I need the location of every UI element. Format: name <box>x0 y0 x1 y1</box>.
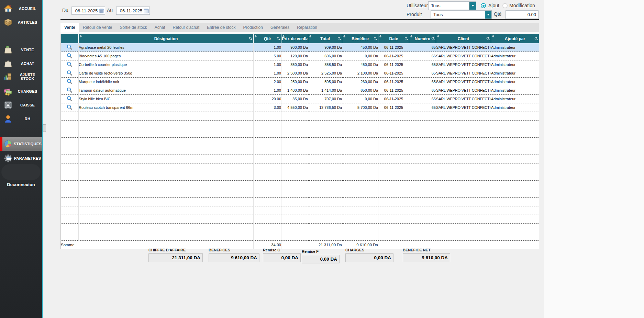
empty-cell <box>436 189 491 198</box>
tab-entree-de-stock[interactable]: Entree de stock <box>203 23 239 32</box>
sidebar-item-caisse[interactable]: CAISSE <box>0 99 42 112</box>
column-search-icon[interactable] <box>404 37 408 42</box>
calendar-icon[interactable] <box>144 8 149 13</box>
column-header-total[interactable]: Total <box>308 34 342 43</box>
empty-cell <box>409 206 436 215</box>
row-magnifier-icon[interactable] <box>67 55 73 59</box>
row-magnifier-icon[interactable] <box>67 47 73 51</box>
row-magnifier-icon[interactable] <box>67 72 73 77</box>
sort-carets-icon <box>437 35 439 37</box>
column-header-client[interactable]: Client <box>436 34 491 43</box>
sidebar-collapse-handle[interactable] <box>43 124 46 132</box>
table-row[interactable]: Stylo bille bleu BIC20.0035,00 Da707,00 … <box>61 95 539 103</box>
sidebar-item-accueil[interactable]: ACCUEIL <box>0 2 42 15</box>
empty-row <box>61 206 539 215</box>
table-row[interactable]: Corbeille à courrier plastique1.00850,00… <box>61 60 539 69</box>
ajout-radio[interactable] <box>481 3 486 8</box>
table-row[interactable]: Tampon dateur automatique1.001 400,00 Da… <box>61 86 539 95</box>
cell-qte: 2.00 <box>254 78 281 86</box>
table-row[interactable]: Carte de visite recto-verso 350g1.002 50… <box>61 69 539 78</box>
summary-value: 0,00 DA <box>302 255 339 263</box>
sidebar-item-parametres[interactable]: PARAMETRES <box>0 151 42 165</box>
sidebar-item-articles[interactable]: ARTICLES <box>0 16 42 29</box>
table-row[interactable]: Agrafeuse métal 20 feuilles1.00900,00 Da… <box>61 43 539 52</box>
modification-radio[interactable] <box>502 3 508 8</box>
empty-cell <box>254 232 281 241</box>
column-header-date[interactable]: Date <box>378 34 409 43</box>
row-magnifier-icon[interactable] <box>67 64 73 68</box>
ajout-label[interactable]: Ajout <box>488 3 499 8</box>
modification-label[interactable]: Modification <box>509 3 535 8</box>
column-header-ajout-par[interactable]: Ajouté par <box>491 34 539 43</box>
table-row[interactable]: Rouleau scotch transparent 66m3.004 550,… <box>61 103 539 112</box>
date-from-input[interactable]: 06-11-2025 <box>71 7 105 15</box>
column-header-prix-de-vente[interactable]: Prix de vente <box>281 34 308 43</box>
produit-select[interactable]: Tous <box>431 10 492 19</box>
tab-vente[interactable]: Vente <box>60 23 79 32</box>
column-search-icon[interactable] <box>249 37 253 42</box>
utilisateur-select[interactable]: Tous <box>428 1 476 10</box>
empty-cell <box>254 146 281 155</box>
empty-cell <box>61 181 79 189</box>
empty-cell <box>281 155 308 163</box>
column-search-icon[interactable] <box>277 37 280 42</box>
empty-cell <box>378 138 409 146</box>
column-header-qt-[interactable]: Qté <box>254 34 281 43</box>
sidebar-item-statistiques[interactable]: STATISTIQUES <box>0 137 42 151</box>
column-header-num-ro[interactable]: Numéro <box>409 34 436 43</box>
tab-retour-de-vente[interactable]: Retour de vente <box>79 23 116 32</box>
column-header-b-n-fice[interactable]: Bénéfice <box>342 34 378 43</box>
row-magnifier-icon[interactable] <box>67 81 73 85</box>
date-to-input[interactable]: 06-11-2025 <box>116 7 150 15</box>
empty-cell <box>79 129 254 138</box>
tab-g-n-rales[interactable]: Générales <box>267 23 293 32</box>
empty-cell <box>409 129 436 138</box>
tab-r-paration[interactable]: Réparation <box>293 23 321 32</box>
table-row[interactable]: Bloc-notes A5 100 pages5.00120,00 Da606,… <box>61 52 539 60</box>
sidebar-item-ajuste-stock[interactable]: AJUSTE STOCK <box>0 68 42 85</box>
empty-cell <box>436 129 491 138</box>
empty-cell <box>79 112 254 121</box>
au-label: Au <box>107 8 113 13</box>
cell-qte: 5.00 <box>254 52 281 60</box>
cell-benefice: 0,00 Da <box>342 52 378 60</box>
column-header-d-signation[interactable]: Désignation <box>79 34 254 43</box>
empty-row <box>61 146 539 155</box>
tab-achat[interactable]: Achat <box>151 23 169 32</box>
column-search-icon[interactable] <box>486 37 490 42</box>
empty-cell <box>281 224 308 232</box>
empty-cell <box>79 121 254 129</box>
calendar-icon[interactable] <box>99 8 105 13</box>
tab-retour-d-achat[interactable]: Retour d'achat <box>169 23 203 32</box>
qte-input[interactable]: 0.00 <box>506 10 538 19</box>
cell-total: 909,00 Da <box>308 43 342 52</box>
sidebar-item-charges[interactable]: CHARGES <box>0 85 42 98</box>
tab-production[interactable]: Production <box>240 23 267 32</box>
empty-cell <box>491 146 539 155</box>
tab-sortie-de-stock[interactable]: Sortie de stock <box>116 23 151 32</box>
cell-benefice: 450,00 Da <box>342 43 378 52</box>
logout-link[interactable]: Deconnexion <box>0 182 42 187</box>
cell-client: SARL WEPRO VETT CONFECTION <box>436 60 491 69</box>
column-search-icon[interactable] <box>374 37 377 42</box>
column-search-icon[interactable] <box>534 37 538 42</box>
column-search-icon[interactable] <box>431 37 435 42</box>
table-row[interactable]: Marqueur indélébile noir2.00250,00 Da505… <box>61 78 539 86</box>
cell-prix_vente: 900,00 Da <box>281 43 308 52</box>
column-search-icon[interactable] <box>337 37 341 42</box>
sidebar-item-rh[interactable]: RH <box>0 112 42 125</box>
pie-chart-icon <box>3 139 13 148</box>
cell-designation: Stylo bille bleu BIC <box>79 95 254 103</box>
row-magnifier-icon[interactable] <box>67 98 73 102</box>
chevron-down-icon[interactable] <box>469 2 476 10</box>
empty-cell <box>409 232 436 241</box>
row-magnifier-icon[interactable] <box>67 90 73 94</box>
empty-cell <box>308 181 342 189</box>
row-magnifier-icon[interactable] <box>67 107 73 111</box>
column-search-icon[interactable] <box>303 37 307 42</box>
sidebar-item-vente[interactable]: VENTE <box>0 43 42 56</box>
cell-designation: Bloc-notes A5 100 pages <box>79 52 254 60</box>
empty-cell <box>378 198 409 206</box>
chevron-down-icon[interactable] <box>485 11 491 19</box>
cell-numero: 65 <box>409 43 436 52</box>
